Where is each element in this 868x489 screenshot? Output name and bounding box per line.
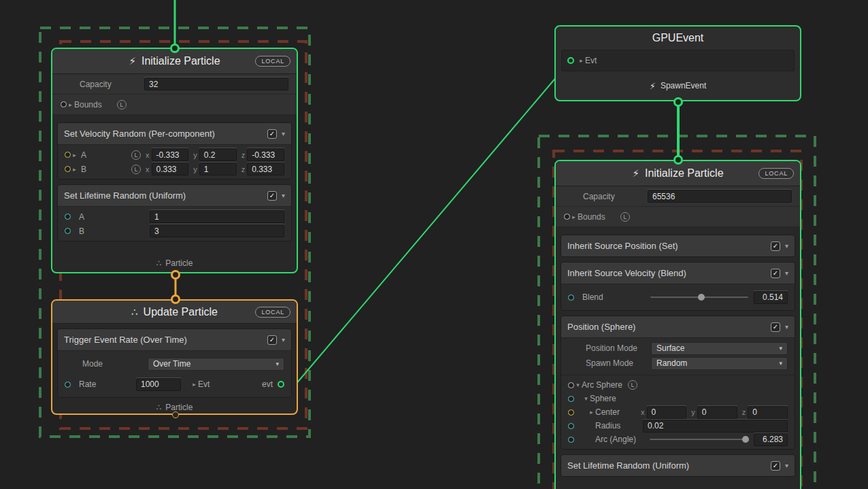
block-enabled-checkbox[interactable]: ✓ bbox=[771, 322, 780, 332]
rate-input-port[interactable] bbox=[65, 382, 71, 388]
space-local-icon[interactable]: L bbox=[620, 212, 630, 222]
arc-angle-port[interactable] bbox=[568, 437, 574, 443]
b-z-field[interactable]: 0.333 bbox=[247, 163, 284, 175]
space-local-icon[interactable]: L bbox=[131, 150, 141, 160]
radius-port[interactable] bbox=[568, 423, 574, 429]
axis-z-label: z bbox=[241, 165, 246, 173]
chevron-down-icon[interactable]: ▾ bbox=[785, 242, 788, 250]
sphere-port[interactable] bbox=[568, 396, 574, 402]
node-update-particle[interactable]: ∴ Update Particle LOCAL Trigger Event Ra… bbox=[51, 299, 298, 415]
bounds-port[interactable] bbox=[61, 101, 67, 107]
a-z-field[interactable]: -0.333 bbox=[247, 148, 284, 161]
block-header[interactable]: Set Lifetime Random (Uniform) ✓ ▾ bbox=[561, 455, 795, 476]
block-header[interactable]: Set Lifetime Random (Uniform) ✓ ▾ bbox=[58, 185, 291, 206]
radius-field[interactable]: 0.02 bbox=[643, 420, 788, 433]
chevron-down-icon[interactable]: ▾ bbox=[282, 192, 285, 199]
chevron-down-icon[interactable]: ▾ bbox=[785, 269, 788, 277]
blend-input-port[interactable] bbox=[568, 294, 574, 301]
block-enabled-checkbox[interactable]: ✓ bbox=[267, 129, 277, 139]
arc-sphere-port[interactable] bbox=[568, 382, 574, 388]
lifetime-b-field[interactable]: 3 bbox=[150, 224, 284, 237]
fold-open-icon[interactable]: ▾ bbox=[574, 382, 582, 388]
input-port-a[interactable] bbox=[65, 152, 71, 158]
lifetime-a-field[interactable]: 1 bbox=[150, 210, 284, 223]
mode-label: Mode bbox=[82, 359, 148, 369]
block-header[interactable]: Position (Sphere) ✓ ▾ bbox=[561, 316, 795, 337]
mode-dropdown[interactable]: Over Time ▾ bbox=[148, 358, 284, 371]
center-z-field[interactable]: 0 bbox=[748, 406, 788, 419]
b-x-field[interactable]: 0.333 bbox=[152, 163, 189, 175]
update-particle-out-port[interactable] bbox=[172, 411, 179, 418]
node-header[interactable]: ⚡ Initialize Particle LOCAL bbox=[556, 161, 800, 186]
block-enabled-checkbox[interactable]: ✓ bbox=[771, 241, 780, 251]
spawn-mode-dropdown[interactable]: Random ▾ bbox=[651, 357, 788, 370]
axis-y-label: y bbox=[193, 151, 197, 159]
init-right-flow-input-port[interactable] bbox=[673, 155, 683, 165]
fold-closed-icon[interactable]: ▸ bbox=[588, 409, 595, 416]
arc-sphere-group: ▾ Arc Sphere L ▾ Sphere ▸ Center bbox=[561, 375, 795, 446]
node-initialize-particle-left[interactable]: ⚡ Initialize Particle LOCAL Capacity 32 … bbox=[51, 48, 298, 273]
fold-open-icon[interactable]: ▾ bbox=[582, 395, 590, 402]
node-initialize-particle-right[interactable]: ⚡ Initialize Particle LOCAL Capacity 655… bbox=[554, 160, 801, 489]
blend-slider[interactable] bbox=[650, 292, 748, 303]
space-local-icon[interactable]: L bbox=[117, 100, 127, 109]
b-y-field[interactable]: 1 bbox=[199, 163, 237, 175]
chevron-down-icon[interactable]: ▾ bbox=[785, 462, 788, 469]
blend-value-field[interactable]: 0.514 bbox=[754, 291, 788, 304]
input-port-b[interactable] bbox=[65, 166, 71, 172]
node-gpuevent[interactable]: GPUEvent ▸ Evt ⚡ SpawnEvent bbox=[554, 25, 801, 101]
arc-angle-value-field[interactable]: 6.283 bbox=[754, 433, 788, 446]
position-mode-value: Surface bbox=[656, 343, 684, 353]
block-header[interactable]: Set Velocity Random (Per-component) ✓ ▾ bbox=[58, 123, 291, 144]
a-x-field[interactable]: -0.333 bbox=[152, 148, 189, 161]
gpuevent-spawn-out-port[interactable] bbox=[673, 97, 683, 107]
evt-input-row: ▸ Evt bbox=[561, 50, 795, 71]
block-header[interactable]: Trigger Event Rate (Over Time) ✓ ▾ bbox=[58, 329, 291, 350]
capacity-field[interactable]: 65536 bbox=[648, 190, 792, 203]
block-enabled-checkbox[interactable]: ✓ bbox=[267, 191, 277, 201]
block-header[interactable]: Inherit Source Position (Set) ✓ ▾ bbox=[561, 235, 795, 256]
input-port-b[interactable] bbox=[65, 228, 71, 234]
fold-closed-icon[interactable]: ▸ bbox=[578, 57, 585, 64]
init-left-particle-out-port[interactable] bbox=[171, 270, 180, 280]
bounds-port[interactable] bbox=[564, 214, 570, 220]
fold-closed-icon[interactable]: ▸ bbox=[71, 152, 78, 158]
vfx-graph-canvas[interactable]: ⚡ Initialize Particle LOCAL Capacity 32 … bbox=[0, 0, 868, 489]
node-header[interactable]: GPUEvent bbox=[556, 27, 800, 50]
arc-sphere-label: Arc Sphere bbox=[582, 380, 622, 390]
fold-closed-icon[interactable]: ▸ bbox=[570, 214, 578, 220]
node-header[interactable]: ∴ Update Particle LOCAL bbox=[52, 301, 297, 324]
center-y-field[interactable]: 0 bbox=[697, 406, 737, 419]
init-left-flow-input-port[interactable] bbox=[170, 44, 180, 53]
arc-angle-slider[interactable] bbox=[650, 434, 748, 445]
rate-field[interactable]: 1000 bbox=[136, 378, 181, 391]
block-enabled-checkbox[interactable]: ✓ bbox=[771, 269, 780, 278]
evt-input-port[interactable] bbox=[567, 57, 574, 64]
center-port[interactable] bbox=[568, 409, 574, 416]
update-flow-input-port[interactable] bbox=[171, 294, 180, 304]
sphere-label: Sphere bbox=[590, 394, 616, 403]
fold-closed-icon[interactable]: ▸ bbox=[67, 101, 74, 108]
chevron-down-icon[interactable]: ▾ bbox=[282, 336, 285, 343]
fold-closed-icon[interactable]: ▸ bbox=[190, 381, 198, 388]
space-local-icon[interactable]: L bbox=[131, 165, 141, 174]
block-enabled-checkbox[interactable]: ✓ bbox=[771, 461, 780, 471]
block-enabled-checkbox[interactable]: ✓ bbox=[267, 335, 277, 345]
input-port-a[interactable] bbox=[65, 214, 71, 220]
evt-inline-label: Evt bbox=[198, 380, 210, 389]
chevron-down-icon[interactable]: ▾ bbox=[282, 130, 285, 137]
position-mode-label: Position Mode bbox=[586, 343, 651, 353]
position-mode-dropdown[interactable]: Surface ▾ bbox=[651, 342, 788, 355]
spawn-mode-value: Random bbox=[656, 358, 687, 368]
evt-output-port[interactable] bbox=[278, 381, 284, 388]
capacity-field[interactable]: 32 bbox=[144, 78, 288, 90]
particle-output-footer: ∴ Particle bbox=[52, 254, 297, 272]
slider-knob[interactable] bbox=[698, 294, 705, 301]
a-y-field[interactable]: 0.2 bbox=[199, 148, 237, 161]
space-local-icon[interactable]: L bbox=[628, 380, 637, 390]
slider-knob[interactable] bbox=[742, 436, 749, 443]
fold-closed-icon[interactable]: ▸ bbox=[71, 166, 78, 173]
chevron-down-icon[interactable]: ▾ bbox=[785, 323, 788, 331]
center-x-field[interactable]: 0 bbox=[647, 406, 687, 419]
block-header[interactable]: Inherit Source Velocity (Blend) ✓ ▾ bbox=[561, 263, 795, 284]
